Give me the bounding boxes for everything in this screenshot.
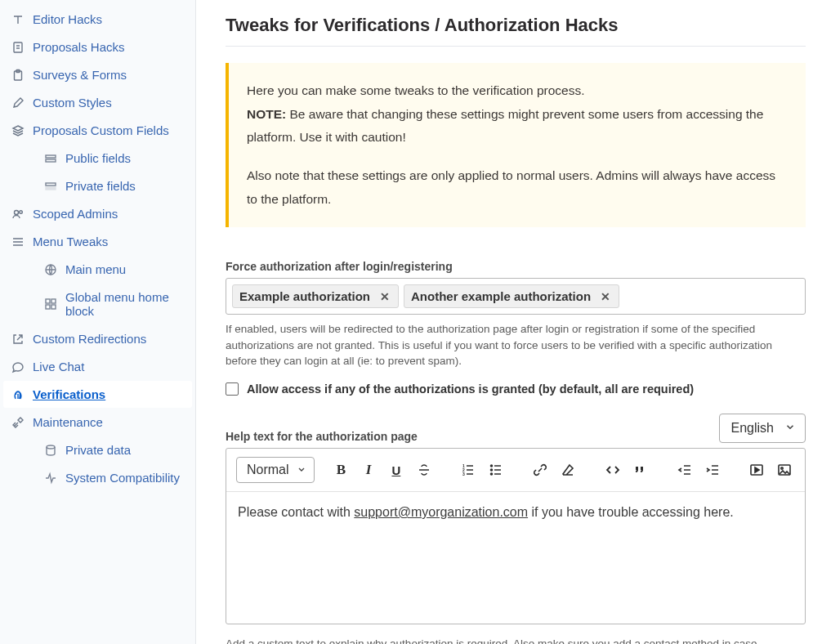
callout-intro: Here you can make some tweaks to the ver… — [247, 83, 585, 97]
sidebar-item-label: Scoped Admins — [33, 207, 118, 221]
rich-text-editor: Normal B I U 123 — [226, 448, 806, 624]
fields-icon — [44, 152, 57, 165]
language-value: English — [731, 421, 774, 435]
force-auth-label: Force authorization after login/register… — [226, 260, 806, 273]
brush-icon — [11, 96, 25, 110]
sidebar-item-private-data[interactable]: Private data — [3, 436, 192, 463]
activity-icon — [44, 472, 57, 485]
sidebar-item-editor-hacks[interactable]: Editor Hacks — [3, 6, 192, 33]
svg-point-18 — [490, 465, 492, 467]
private-icon — [44, 444, 57, 457]
editor-link[interactable]: support@myorganization.com — [354, 505, 528, 519]
editor-text-prefix: Please contact with — [238, 505, 354, 519]
svg-point-14 — [47, 445, 55, 449]
bold-button[interactable]: B — [331, 458, 352, 481]
format-select[interactable]: Normal — [236, 457, 315, 483]
text-t-icon — [11, 13, 25, 26]
link-button[interactable] — [530, 458, 552, 481]
svg-text:3: 3 — [462, 472, 465, 476]
clipboard-icon — [11, 69, 25, 82]
close-icon[interactable]: ✕ — [599, 290, 612, 303]
sidebar-item-system-compatibility[interactable]: System Compatibility — [3, 464, 192, 491]
sidebar-item-live-chat[interactable]: Live Chat — [3, 353, 192, 380]
allow-any-row[interactable]: Allow access if any of the authorization… — [226, 382, 806, 396]
svg-point-20 — [490, 473, 492, 475]
chat-icon — [11, 360, 25, 373]
sidebar-item-label: Private data — [65, 443, 131, 457]
sidebar-item-maintenance[interactable]: Maintenance — [3, 409, 192, 436]
svg-rect-4 — [46, 159, 56, 162]
editor-footer-help: Add a custom text to explain why authori… — [226, 636, 806, 644]
sidebar-item-public-fields[interactable]: Public fields — [3, 145, 192, 172]
video-button[interactable] — [746, 458, 767, 481]
force-auth-input[interactable]: Example authorization ✕ Another example … — [226, 278, 806, 315]
editor-content[interactable]: Please contact with support@myorganizati… — [226, 492, 805, 533]
sidebar-item-surveys-forms[interactable]: Surveys & Forms — [3, 61, 192, 88]
tag-label: Another example authorization — [411, 289, 591, 303]
underline-button[interactable]: U — [386, 458, 407, 481]
sidebar-item-label: Main menu — [65, 262, 126, 276]
sidebar-item-custom-redirections[interactable]: Custom Redirections — [3, 325, 192, 352]
sidebar-item-custom-styles[interactable]: Custom Styles — [3, 89, 192, 116]
language-select[interactable]: English — [719, 414, 806, 443]
doc-icon — [11, 41, 25, 54]
sidebar-item-label: Proposals Hacks — [33, 40, 125, 54]
sidebar-item-label: Verifications — [33, 387, 105, 401]
svg-rect-13 — [51, 305, 56, 309]
sidebar-item-label: Menu Tweaks — [33, 235, 108, 248]
ordered-list-button[interactable]: 123 — [458, 458, 479, 481]
tag-label: Example authorization — [239, 289, 370, 303]
sidebar-item-proposals-hacks[interactable]: Proposals Hacks — [3, 34, 192, 60]
svg-point-8 — [20, 210, 23, 213]
sidebar-item-label: Custom Styles — [33, 96, 112, 110]
sidebar-item-label: Maintenance — [33, 415, 103, 429]
sidebar-item-proposals-custom-fields[interactable]: Proposals Custom Fields — [3, 117, 192, 144]
auth-tag: Another example authorization ✕ — [404, 284, 619, 308]
checkbox-icon[interactable] — [226, 382, 239, 396]
page-title: Tweaks for Verifications / Authorization… — [226, 15, 806, 47]
users-icon — [11, 208, 25, 221]
globe-icon — [44, 263, 57, 276]
quote-button[interactable] — [630, 458, 651, 481]
sidebar-item-label: Proposals Custom Fields — [33, 123, 169, 137]
svg-point-23 — [781, 467, 783, 469]
sidebar-item-label: Public fields — [65, 151, 131, 165]
force-auth-help: If enabled, users will be redirected to … — [226, 321, 806, 369]
indent-button[interactable] — [702, 458, 723, 481]
main-content: Tweaks for Verifications / Authorization… — [196, 0, 822, 644]
sidebar-item-label: Custom Redirections — [33, 332, 146, 346]
italic-button[interactable]: I — [358, 458, 379, 481]
private-icon — [44, 180, 57, 193]
strikethrough-button[interactable] — [413, 458, 435, 481]
help-text-label: Help text for the authorization page — [226, 430, 418, 443]
callout-footer: Also note that these settings are only a… — [247, 164, 788, 211]
svg-rect-12 — [46, 305, 50, 309]
editor-text-suffix: if you have trouble accessing here. — [528, 505, 734, 519]
sidebar-item-verifications[interactable]: Verifications — [3, 381, 192, 408]
eraser-button[interactable] — [557, 458, 579, 481]
sidebar-item-global-menu-home-block[interactable]: Global menu home block — [3, 284, 192, 324]
code-button[interactable] — [602, 458, 623, 481]
outdent-button[interactable] — [674, 458, 695, 481]
svg-rect-11 — [51, 299, 56, 303]
format-value: Normal — [247, 463, 289, 476]
editor-toolbar: Normal B I U 123 — [226, 449, 805, 492]
sidebar-item-main-menu[interactable]: Main menu — [3, 256, 192, 283]
sidebar-item-label: Private fields — [65, 179, 136, 193]
close-icon[interactable]: ✕ — [378, 290, 391, 303]
auth-tag: Example authorization ✕ — [232, 284, 399, 308]
sidebar-item-menu-tweaks[interactable]: Menu Tweaks — [3, 228, 192, 255]
sidebar-item-label: Global menu home block — [65, 290, 184, 318]
external-icon — [11, 333, 25, 346]
unordered-list-button[interactable] — [485, 458, 507, 481]
sidebar-item-scoped-admins[interactable]: Scoped Admins — [3, 200, 192, 227]
sidebar-item-private-fields[interactable]: Private fields — [3, 172, 192, 199]
layers-icon — [11, 124, 25, 137]
image-button[interactable] — [774, 458, 795, 481]
svg-rect-10 — [46, 299, 50, 303]
tools-icon — [11, 416, 25, 429]
allow-any-label: Allow access if any of the authorization… — [247, 382, 694, 396]
callout-note-label: NOTE: — [247, 107, 286, 121]
svg-point-7 — [15, 210, 19, 214]
callout-note-text: Be aware that changing these settings mi… — [247, 107, 763, 145]
